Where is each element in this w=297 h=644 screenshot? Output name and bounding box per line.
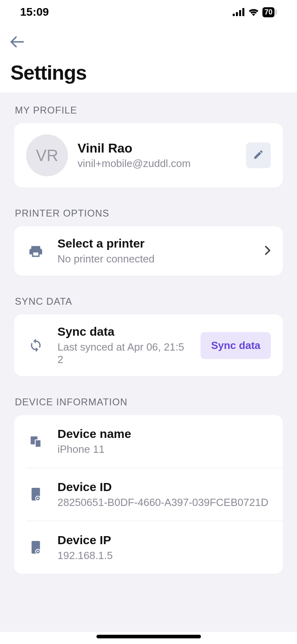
svg-rect-5 (35, 440, 41, 447)
battery-indicator: 70 (262, 7, 277, 17)
edit-profile-button[interactable] (246, 142, 271, 168)
profile-email: vinil+mobile@zuddl.com (78, 157, 236, 170)
printer-row-subtitle: No printer connected (57, 253, 252, 265)
device-ip-content: Device IP 192.168.1.5 (57, 533, 271, 562)
printer-row-content: Select a printer No printer connected (57, 237, 252, 265)
chevron-right-icon (264, 246, 271, 257)
sync-icon (26, 338, 45, 353)
svg-point-9 (37, 497, 39, 499)
sync-data-button[interactable]: Sync data (201, 332, 271, 359)
profile-info: Vinil Rao vinil+mobile@zuddl.com (78, 141, 236, 170)
battery-tip-icon (275, 10, 277, 14)
device-ip-icon (26, 541, 45, 555)
device-ip-label: Device IP (57, 533, 271, 547)
device-name-value: iPhone 11 (57, 443, 271, 456)
device-id-row: Device ID 28250651-B0DF-4660-A397-039FCE… (26, 468, 283, 521)
profile-card: VR Vinil Rao vinil+mobile@zuddl.com (14, 123, 283, 188)
device-id-value: 28250651-B0DF-4660-A397-039FCEB0721D (57, 496, 271, 509)
device-info-card: Device name iPhone 11 Device ID 28250651… (14, 415, 283, 574)
svg-rect-1 (236, 12, 238, 16)
wifi-icon (248, 8, 259, 16)
cellular-signal-icon (233, 8, 245, 16)
printer-section-header: PRINTER OPTIONS (14, 208, 283, 219)
device-ip-row: Device IP 192.168.1.5 (26, 521, 283, 574)
devices-icon (26, 435, 45, 448)
avatar: VR (26, 134, 68, 176)
sync-row-content: Sync data Last synced at Apr 06, 21:52 (57, 325, 188, 366)
device-name-label: Device name (57, 427, 271, 441)
device-id-icon (26, 488, 45, 502)
select-printer-row[interactable]: Select a printer No printer connected (14, 226, 283, 276)
device-id-label: Device ID (57, 480, 271, 494)
pencil-icon (253, 149, 264, 162)
profile-name: Vinil Rao (78, 141, 236, 156)
sync-row-subtitle: Last synced at Apr 06, 21:52 (57, 341, 188, 366)
device-ip-value: 192.168.1.5 (57, 549, 271, 562)
sync-section-header: SYNC DATA (14, 296, 283, 307)
device-id-content: Device ID 28250651-B0DF-4660-A397-039FCE… (57, 480, 271, 509)
printer-icon (26, 244, 45, 259)
svg-rect-0 (233, 14, 235, 16)
nav-header: Settings (0, 24, 297, 93)
sync-card: Sync data Last synced at Apr 06, 21:52 S… (14, 314, 283, 376)
printer-card: Select a printer No printer connected (14, 226, 283, 276)
device-name-content: Device name iPhone 11 (57, 427, 271, 456)
sync-row-title: Sync data (57, 325, 188, 339)
status-bar: 15:09 70 (0, 0, 297, 24)
page-title: Settings (10, 61, 287, 85)
sync-row: Sync data Last synced at Apr 06, 21:52 S… (14, 314, 283, 376)
status-time: 15:09 (20, 6, 49, 19)
svg-rect-3 (242, 8, 244, 16)
profile-section-header: MY PROFILE (14, 105, 283, 116)
device-name-row: Device name iPhone 11 (14, 415, 283, 468)
back-button[interactable] (10, 36, 287, 49)
device-section-header: DEVICE INFORMATION (14, 396, 283, 408)
printer-row-title: Select a printer (57, 237, 252, 250)
svg-rect-2 (239, 10, 241, 16)
content-area: MY PROFILE VR Vinil Rao vinil+mobile@zud… (0, 93, 297, 632)
profile-row: VR Vinil Rao vinil+mobile@zuddl.com (14, 123, 283, 188)
battery-level: 70 (262, 7, 274, 17)
home-indicator[interactable] (96, 635, 201, 638)
svg-point-13 (37, 551, 39, 552)
status-indicators: 70 (233, 7, 277, 17)
